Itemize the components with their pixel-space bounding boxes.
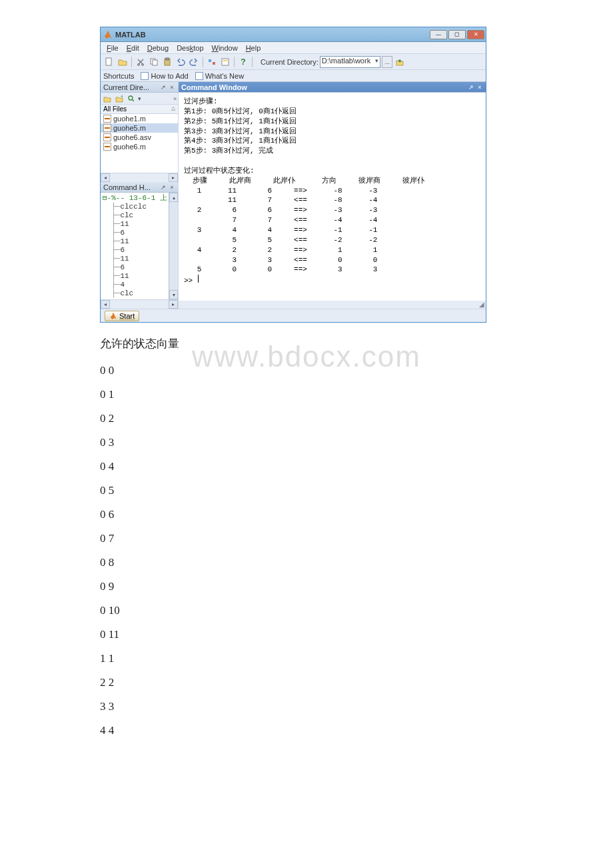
history-item[interactable]: ├─6 [103,246,167,255]
history-item[interactable]: ├─11 [103,272,167,281]
shortcut-icon [195,72,203,80]
vector-item: 0 2 [100,407,593,430]
scroll-right-icon[interactable]: ▸ [169,300,178,309]
minimize-button[interactable]: — [430,30,447,39]
browse-button[interactable]: ... [382,56,392,68]
prompt[interactable]: >> [184,275,480,286]
new-folder-icon[interactable]: + [114,93,125,104]
history-item[interactable]: ├─4 [103,281,167,289]
history-item[interactable]: ├─clc [103,211,167,220]
scroll-left-icon[interactable]: ◂ [101,300,110,309]
file-name: guohe6.asv [113,133,151,141]
file-list: guohe1.mguohe5.mguohe6.asvguohe6.m [101,114,178,173]
vector-item: 0 7 [100,527,593,550]
current-dir-title[interactable]: Current Dire... ↗ × [101,82,178,93]
command-window[interactable]: 过河步骤: 第1步: 0商5仆过河, 0商1仆返回 第2步: 5商1仆过河, 1… [179,93,486,301]
command-history-list[interactable]: ⊟-%-- 13-6-1 上 ├─clcclc ├─clc ├─11 ├─6 ├… [101,193,169,299]
svg-rect-8 [213,62,215,65]
menu-help[interactable]: Help [243,43,265,53]
scroll-up-icon[interactable]: ▴ [169,193,178,202]
vector-item: 0 0 [100,359,593,382]
history-item[interactable]: ├─6 [103,229,167,237]
m-file-icon [103,124,111,132]
file-row[interactable]: guohe5.m [101,123,178,133]
menu-file[interactable]: File [103,43,122,53]
vector-item: 0 4 [100,455,593,478]
chevron-right-icon[interactable]: » [173,95,177,102]
history-item[interactable]: ├─clc [103,289,167,298]
find-icon[interactable] [126,93,137,104]
file-row[interactable]: guohe6.m [101,142,178,151]
svg-rect-0 [106,58,111,65]
close-button[interactable]: ✕ [467,30,484,39]
shortcut-how-to-add[interactable]: How to Add [141,72,188,80]
panel-close-icon[interactable]: × [169,184,175,191]
file-name: guohe6.m [113,143,146,151]
svg-point-1 [138,63,140,65]
scroll-left-icon[interactable]: ◂ [101,173,110,182]
menu-edit[interactable]: Edit [123,43,143,53]
redo-icon[interactable] [188,56,200,68]
vectors-heading: 允许的状态向量 [100,336,593,351]
vector-item: 0 6 [100,503,593,526]
svg-rect-7 [209,59,211,62]
vector-item: 3 3 [100,695,593,718]
scroll-down-icon[interactable]: ▾ [169,290,178,299]
menu-window[interactable]: Window [209,43,241,53]
menu-desktop[interactable]: Desktop [173,43,207,53]
panel-close-icon[interactable]: × [476,84,483,91]
menubar: File Edit Debug Desktop Window Help [101,42,486,54]
file-row[interactable]: guohe1.m [101,114,178,123]
resize-grip[interactable]: ◢ [179,301,486,309]
title-text: MATLAB [115,31,430,39]
svg-rect-9 [222,59,229,65]
vector-item: 0 1 [100,383,593,406]
cut-icon[interactable] [135,56,147,68]
shortcut-icon [141,72,149,80]
maximize-button[interactable]: ▢ [448,30,466,39]
dir-label: Current Directory: [261,58,318,66]
open-folder-icon[interactable] [117,56,129,68]
m-file-icon [103,143,111,151]
copy-icon[interactable] [148,56,160,68]
undo-icon[interactable] [175,56,187,68]
matlab-window: MATLAB — ▢ ✕ File Edit Debug Desktop Win… [100,27,486,323]
history-item[interactable]: ├─11 [103,255,167,263]
dir-select[interactable]: D:\matlab\work [320,56,380,68]
vector-item: 0 11 [100,623,593,646]
up-icon[interactable] [102,93,113,104]
vector-item: 0 5 [100,479,593,502]
shortcuts-label: Shortcuts [103,72,134,80]
new-file-icon[interactable] [103,56,115,68]
history-item[interactable]: ├─6 [103,263,167,272]
hscroll[interactable]: ◂ ▸ [101,299,178,309]
undock-icon[interactable]: ↗ [468,84,474,91]
svg-point-2 [142,63,144,65]
titlebar[interactable]: MATLAB — ▢ ✕ [101,27,486,42]
simulink-icon[interactable] [206,56,218,68]
svg-rect-4 [153,60,157,65]
file-list-header[interactable]: All Files△ [101,105,178,114]
hscroll[interactable]: ◂ ▸ [101,173,178,182]
shortcut-whats-new[interactable]: What's New [195,72,244,80]
menu-debug[interactable]: Debug [144,43,172,53]
command-window-title[interactable]: Command Window ↗ × [179,82,486,93]
panel-close-icon[interactable]: × [169,84,175,91]
command-history-title[interactable]: Command H... ↗ × [101,182,178,193]
scroll-right-icon[interactable]: ▸ [169,173,178,182]
history-item[interactable]: ├─11 [103,220,167,229]
start-button[interactable]: Start [105,311,139,321]
file-row[interactable]: guohe6.asv [101,133,178,142]
vscroll[interactable]: ▴ ▾ [169,193,178,299]
undock-icon[interactable]: ↗ [160,84,167,91]
vector-item: 2 2 [100,671,593,694]
paste-icon[interactable] [161,56,173,68]
help-icon[interactable]: ? [237,56,249,68]
guide-icon[interactable] [219,56,231,68]
file-name: guohe1.m [113,115,146,123]
history-item[interactable]: ├─11 [103,237,167,246]
history-item[interactable]: ├─clcclc [103,203,167,211]
undock-icon[interactable]: ↗ [160,184,167,191]
svg-text:+: + [121,94,123,99]
up-folder-icon[interactable] [394,56,406,68]
